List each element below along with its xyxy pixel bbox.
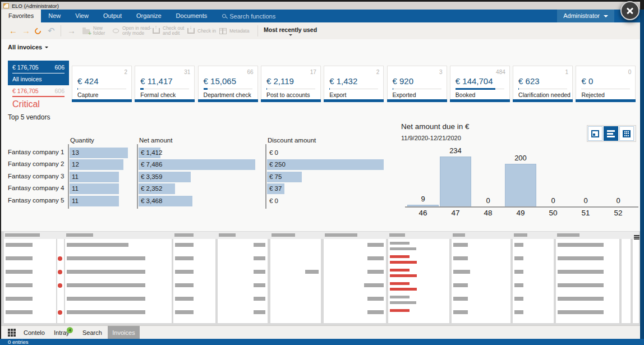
card-export[interactable]: 2€ 1,432Export bbox=[324, 66, 384, 102]
placeholder-header-bar bbox=[272, 233, 295, 237]
chevron-down-icon bbox=[45, 47, 48, 48]
x-tick-label: 50 bbox=[537, 209, 569, 217]
ribbon-menu: Favorites New View Output Organize Docum… bbox=[1, 10, 640, 22]
bar-value-label: 0 bbox=[537, 196, 569, 205]
vendor-name: Fantasy company 2 bbox=[8, 160, 64, 167]
chart-title: Net amount due in € bbox=[401, 122, 470, 131]
card-critical[interactable]: € 176,705 606 Critical bbox=[8, 88, 69, 107]
metadata-button[interactable] bbox=[219, 22, 227, 39]
placeholder-bar bbox=[514, 297, 523, 301]
placeholder-header-bar bbox=[453, 233, 465, 237]
goto-button[interactable]: → bbox=[67, 22, 76, 39]
placeholder-bar bbox=[175, 256, 194, 260]
chart-subtitle: 11/9/2020-12/21/2020 bbox=[401, 135, 461, 141]
placeholder-bar bbox=[305, 270, 319, 274]
x-tick-label: 48 bbox=[472, 209, 504, 217]
placeholder-bar bbox=[367, 297, 384, 301]
vendor-name: Fantasy company 1 bbox=[8, 149, 64, 155]
undo-button[interactable]: ↶ bbox=[48, 22, 55, 39]
intray-badge: 4 bbox=[67, 327, 73, 333]
chevron-down-icon bbox=[289, 34, 292, 36]
placeholder-bar bbox=[558, 283, 604, 287]
placeholder-bar bbox=[453, 256, 468, 260]
axis-line bbox=[265, 144, 266, 209]
column-menu-icon[interactable] bbox=[634, 235, 640, 240]
tab-contelo[interactable]: Contelo bbox=[24, 326, 45, 339]
total-count: 606 bbox=[54, 64, 65, 71]
vendor-value: € 3,468 bbox=[141, 196, 162, 206]
card-booked[interactable]: 484€ 144,704Booked bbox=[450, 66, 510, 102]
card-exported[interactable]: 3€ 920Exported bbox=[387, 66, 447, 102]
close-button[interactable] bbox=[620, 1, 640, 20]
tab-new[interactable]: New bbox=[41, 10, 68, 22]
refresh-button[interactable] bbox=[35, 22, 41, 39]
critical-label: Critical bbox=[12, 99, 65, 109]
tab-output[interactable]: Output bbox=[96, 10, 129, 22]
day-view-button[interactable] bbox=[588, 126, 602, 141]
tab-organize[interactable]: Organize bbox=[129, 10, 169, 22]
most-recently-used-dropdown[interactable]: Most recently used bbox=[264, 22, 317, 39]
card-department-check[interactable]: 66€ 15,065Department check bbox=[198, 66, 258, 102]
vendor-name: Fantasy company 4 bbox=[8, 185, 64, 191]
open-read-only-label: Open in read- only mode bbox=[122, 22, 151, 39]
placeholder-bar bbox=[390, 309, 410, 312]
tab-view[interactable]: View bbox=[68, 10, 96, 22]
placeholder-header-bar bbox=[557, 233, 579, 237]
placeholder-bar bbox=[175, 270, 194, 274]
x-tick-label: 49 bbox=[505, 209, 536, 217]
new-folder-button[interactable] bbox=[82, 22, 90, 39]
card-formal-check[interactable]: 31€ 11,417Formal check bbox=[135, 66, 195, 102]
tab-favorites[interactable]: Favorites bbox=[1, 10, 41, 22]
search-functions[interactable]: Search functions bbox=[222, 10, 275, 22]
open-read-only-button[interactable] bbox=[113, 22, 119, 39]
card-rejected[interactable]: 0€ 0Rejected bbox=[576, 66, 636, 102]
invoice-filter-label: All invoices bbox=[8, 44, 42, 50]
placeholder-bar bbox=[175, 297, 194, 301]
check-in-button[interactable]: ↓ bbox=[187, 22, 195, 39]
vendor-value: € 7,486 bbox=[141, 159, 162, 170]
placeholder-bar bbox=[390, 261, 417, 264]
results-list-placeholder bbox=[1, 231, 640, 325]
axis-line bbox=[68, 144, 69, 209]
placeholder-header-bar bbox=[219, 233, 236, 237]
check-in-label: Check in bbox=[197, 22, 216, 39]
week-view-button[interactable] bbox=[604, 126, 618, 141]
vendor-value: € 2,352 bbox=[141, 183, 162, 194]
placeholder-bar bbox=[367, 270, 384, 274]
total-amount: € 176,705 bbox=[12, 64, 39, 71]
check-out-button[interactable]: ↑ bbox=[153, 22, 160, 39]
vendor-value: 11 bbox=[72, 183, 79, 194]
calendar-month-icon bbox=[623, 130, 631, 137]
vendor-value: 12 bbox=[72, 159, 79, 170]
tab-documents[interactable]: Documents bbox=[169, 10, 215, 22]
most-recently-used-label: Most recently used bbox=[264, 26, 317, 33]
card-clarification-needed[interactable]: 1€ 623Clarification needed bbox=[513, 66, 573, 102]
card-capture[interactable]: 2€ 424Capture bbox=[72, 66, 132, 102]
card-post-to-accounts[interactable]: 17€ 2,119Post to accounts bbox=[261, 66, 321, 102]
placeholder-bar bbox=[390, 269, 410, 272]
vendor-value: 11 bbox=[72, 172, 79, 182]
placeholder-bar bbox=[558, 243, 604, 247]
forward-button[interactable]: → bbox=[22, 22, 30, 39]
placeholder-bar bbox=[514, 243, 523, 247]
month-view-button[interactable] bbox=[619, 126, 634, 141]
chart-bar-group: 23447 bbox=[440, 141, 471, 206]
user-menu[interactable]: Administrator bbox=[557, 10, 614, 22]
tile-menu-icon[interactable] bbox=[8, 329, 16, 337]
tab-invoices[interactable]: Invoices bbox=[108, 326, 140, 339]
priority-dot-icon bbox=[58, 310, 62, 315]
placeholder-header-bar bbox=[389, 233, 405, 237]
toolbar-divider bbox=[257, 25, 258, 36]
placeholder-bar bbox=[67, 256, 145, 260]
column-header-discount-amount: Discount amount bbox=[268, 137, 316, 144]
bar-value-label: 0 bbox=[570, 196, 601, 205]
invoice-filter-dropdown[interactable]: All invoices bbox=[8, 44, 48, 50]
results-header-row bbox=[4, 232, 639, 239]
back-button[interactable]: ← bbox=[9, 22, 17, 39]
vendor-value: € 75 bbox=[269, 172, 282, 182]
user-name: Administrator bbox=[563, 10, 600, 22]
card-all-invoices[interactable]: € 176,705 606 All invoices bbox=[8, 61, 69, 85]
tab-search[interactable]: Search bbox=[82, 326, 102, 339]
window-title: ELO (Administrator) bbox=[12, 3, 59, 9]
workspace-tab-bar: Contelo Intray 4 Search Invoices bbox=[1, 325, 640, 339]
